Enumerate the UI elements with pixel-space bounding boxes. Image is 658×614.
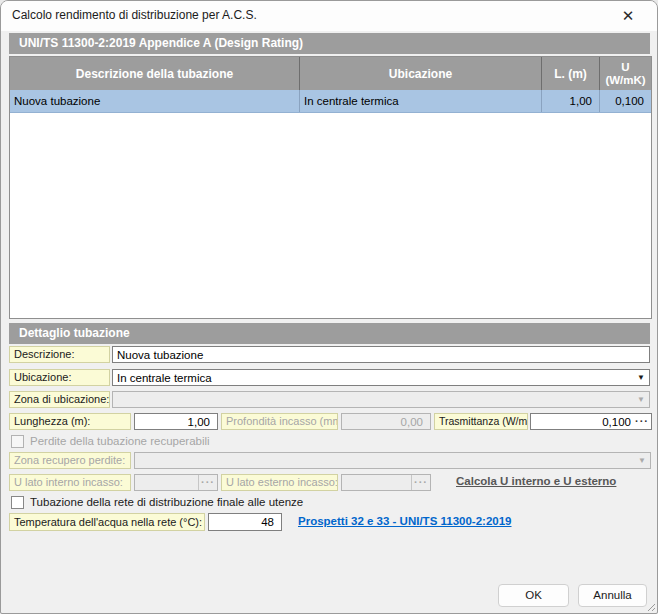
zona-ubicazione-dropdown: ▼ (112, 391, 650, 408)
ellipsis-button-icon: ··· (198, 475, 217, 490)
perdite-checkbox-label: Perdite della tubazione recuperabili (30, 435, 210, 447)
ok-button[interactable]: OK (498, 584, 569, 607)
u-interno-input (135, 475, 198, 490)
column-header-u-line2: (W/mK) (605, 74, 645, 87)
trasmittanza-label: Trasmittanza (W/mK): (434, 413, 528, 430)
trasmittanza-input[interactable] (531, 414, 633, 429)
perdite-checkbox (11, 435, 24, 448)
row-rete-checkbox: Tubazione della rete di distribuzione fi… (9, 495, 303, 509)
dialog-title: Calcolo rendimento di distribuzione per … (12, 8, 257, 22)
descrizione-input[interactable] (112, 346, 650, 363)
lunghezza-input[interactable] (134, 413, 218, 430)
u-interno-buttonedit: ··· (134, 474, 218, 491)
resize-grip-icon[interactable] (644, 600, 656, 612)
u-interno-label: U lato interno incasso: (9, 474, 131, 491)
annulla-button[interactable]: Annulla (578, 584, 647, 607)
title-bar: Calcolo rendimento di distribuzione per … (1, 1, 657, 31)
descrizione-label: Descrizione: (9, 346, 110, 363)
zona-recupero-dropdown: ▼ (134, 452, 651, 469)
chevron-down-icon: ▼ (633, 395, 649, 404)
column-header-ubicazione[interactable]: Ubicazione (300, 57, 542, 90)
ellipsis-button-icon: ··· (411, 475, 430, 490)
zona-ubicazione-label: Zona di ubicazione: (9, 391, 110, 408)
table-header-row: Descrizione della tubazione Ubicazione L… (10, 57, 651, 90)
row-zona-recupero: Zona recupero perdite: ▼ (9, 452, 652, 469)
ubicazione-dropdown[interactable]: In centrale termica ▼ (112, 369, 650, 386)
u-esterno-label: U lato esterno incasso: (221, 474, 338, 491)
row-perdite-checkbox: Perdite della tubazione recuperabili (9, 434, 210, 448)
calcola-u-link[interactable]: Calcola U interno e U esterno (456, 475, 616, 487)
column-header-u-line1: U (605, 61, 645, 74)
column-header-u[interactable]: U (W/mK) (600, 57, 651, 90)
zona-recupero-label: Zona recupero perdite: (9, 452, 131, 469)
rete-checkbox-label: Tubazione della rete di distribuzione fi… (30, 496, 303, 508)
ellipsis-button-icon[interactable]: ··· (633, 414, 651, 429)
close-icon[interactable]: ✕ (615, 6, 641, 26)
u-esterno-buttonedit: ··· (341, 474, 431, 491)
cell-lunghezza: 1,00 (542, 90, 600, 112)
column-header-lunghezza[interactable]: L. (m) (542, 57, 600, 90)
cell-u: 0,100 (600, 90, 651, 112)
chevron-down-icon: ▼ (634, 456, 650, 465)
u-esterno-input (342, 475, 411, 490)
profondita-input (341, 413, 431, 430)
trasmittanza-buttonedit: ··· (530, 413, 652, 430)
profondita-label: Profondità incasso (mm): (221, 413, 338, 430)
row-zona-ubicazione: Zona di ubicazione: ▼ (9, 391, 652, 408)
ubicazione-value: In centrale termica (113, 372, 633, 384)
tubazioni-table: Descrizione della tubazione Ubicazione L… (9, 56, 652, 319)
prospetti-link[interactable]: Prospetti 32 e 33 - UNI/TS 11300-2:2019 (298, 515, 512, 527)
row-lunghezza: Lunghezza (m): Profondità incasso (mm): … (9, 413, 652, 430)
section-header-dettaglio: Dettaglio tubazione (9, 323, 650, 344)
lunghezza-label: Lunghezza (m): (9, 413, 131, 430)
section-header-appendice: UNI/TS 11300-2:2019 Appendice A (Design … (9, 33, 650, 54)
dialog-calcolo-rendimento: Calcolo rendimento di distribuzione per … (0, 0, 658, 614)
rete-checkbox[interactable] (11, 496, 24, 509)
cell-ubicazione: In centrale termica (300, 90, 542, 112)
row-descrizione: Descrizione: (9, 346, 652, 363)
ubicazione-label: Ubicazione: (9, 369, 110, 386)
row-temperatura: Temperatura dell'acqua nella rete (°C): … (9, 513, 652, 531)
table-row[interactable]: Nuova tubazione In centrale termica 1,00… (10, 90, 651, 113)
cell-descrizione: Nuova tubazione (10, 90, 300, 112)
chevron-down-icon: ▼ (633, 373, 649, 382)
temperatura-label: Temperatura dell'acqua nella rete (°C): (9, 513, 205, 531)
screen: Calcolo rendimento di distribuzione per … (0, 0, 658, 614)
column-header-descrizione[interactable]: Descrizione della tubazione (10, 57, 300, 90)
row-u-incasso: U lato interno incasso: ··· U lato ester… (9, 474, 652, 491)
temperatura-input[interactable] (208, 513, 282, 531)
row-ubicazione: Ubicazione: In centrale termica ▼ (9, 369, 652, 386)
